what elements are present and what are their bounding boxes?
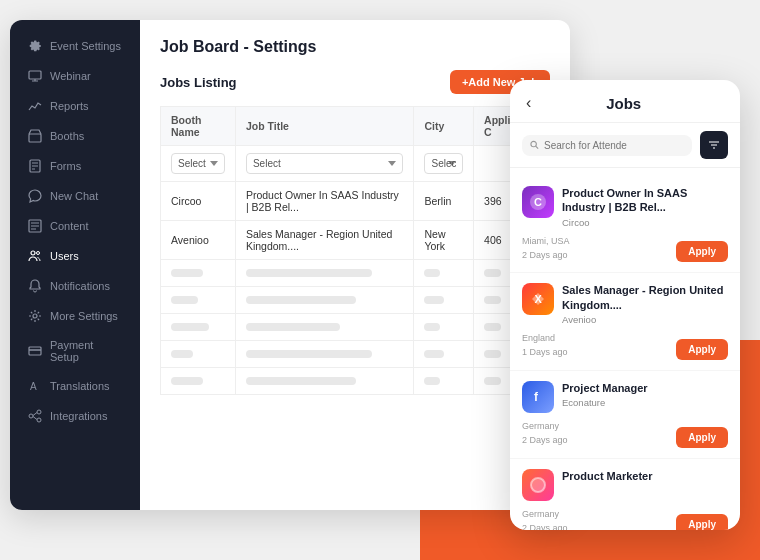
sidebar-item-forms[interactable]: Forms bbox=[14, 152, 136, 180]
job-logo bbox=[522, 469, 554, 501]
mobile-title: Jobs bbox=[543, 95, 704, 112]
cell-booth-name: Avenioo bbox=[161, 221, 236, 260]
search-bar bbox=[510, 123, 740, 168]
sidebar-item-users[interactable]: Users bbox=[14, 242, 136, 270]
svg-rect-3 bbox=[29, 134, 41, 142]
list-item: C Product Owner In SAAS Industry | B2B R… bbox=[510, 176, 740, 273]
svg-rect-15 bbox=[29, 347, 41, 355]
job-title: Project Manager bbox=[562, 381, 728, 395]
job-title: Product Marketer bbox=[562, 469, 728, 483]
sidebar-item-label: Integrations bbox=[50, 410, 107, 422]
svg-point-20 bbox=[37, 418, 41, 422]
apply-button[interactable]: Apply bbox=[676, 514, 728, 530]
table-row: Avenioo Sales Manager - Region United Ki… bbox=[161, 221, 550, 260]
svg-point-32 bbox=[531, 478, 545, 492]
section-title: Jobs Listing bbox=[160, 75, 237, 90]
sidebar-item-label: Booths bbox=[50, 130, 84, 142]
booth-icon bbox=[28, 129, 42, 143]
list-item: X Sales Manager - Region United Kingdom.… bbox=[510, 273, 740, 370]
page-title: Job Board - Settings bbox=[160, 38, 550, 56]
svg-line-21 bbox=[33, 413, 37, 416]
search-icon bbox=[530, 140, 539, 150]
svg-text:f: f bbox=[534, 390, 539, 404]
sidebar: Event Settings Webinar Reports Booths Fo… bbox=[10, 20, 140, 510]
svg-text:A: A bbox=[30, 381, 37, 392]
sidebar-item-content[interactable]: Content bbox=[14, 212, 136, 240]
svg-text:C: C bbox=[534, 196, 542, 208]
sidebar-item-more-settings[interactable]: More Settings bbox=[14, 302, 136, 330]
job-company: Avenioo bbox=[562, 314, 728, 325]
filter-icon bbox=[707, 138, 721, 152]
filter-button[interactable] bbox=[700, 131, 728, 159]
svg-text:X: X bbox=[535, 293, 543, 305]
svg-line-22 bbox=[33, 417, 37, 420]
col-booth-name: Booth Name bbox=[161, 107, 236, 146]
svg-point-12 bbox=[31, 251, 35, 255]
svg-point-14 bbox=[33, 314, 37, 318]
sidebar-item-label: Notifications bbox=[50, 280, 110, 292]
mobile-panel: ‹ Jobs C Product Owner In SAAS Industry … bbox=[510, 80, 740, 530]
sidebar-item-label: Forms bbox=[50, 160, 81, 172]
svg-point-18 bbox=[29, 414, 33, 418]
list-item: f Project Manager Econature Germany 2 Da… bbox=[510, 371, 740, 459]
main-content: Job Board - Settings Jobs Listing +Add N… bbox=[140, 20, 570, 510]
form-icon bbox=[28, 159, 42, 173]
svg-line-24 bbox=[536, 146, 538, 148]
sidebar-item-notifications[interactable]: Notifications bbox=[14, 272, 136, 300]
cell-job-title: Product Owner In SAAS Industry | B2B Rel… bbox=[235, 182, 414, 221]
job-logo: f bbox=[522, 381, 554, 413]
sidebar-item-label: Event Settings bbox=[50, 40, 121, 52]
mobile-jobs-list: C Product Owner In SAAS Industry | B2B R… bbox=[510, 168, 740, 530]
cell-booth-name: Circoo bbox=[161, 182, 236, 221]
sidebar-item-new-chat[interactable]: New Chat bbox=[14, 182, 136, 210]
job-location: Germany 2 Days ago bbox=[522, 507, 568, 530]
translate-icon: A bbox=[28, 379, 42, 393]
mobile-header: ‹ Jobs bbox=[510, 80, 740, 123]
job-logo: C bbox=[522, 186, 554, 218]
col-city: City bbox=[414, 107, 474, 146]
chart-icon bbox=[28, 99, 42, 113]
sidebar-item-label: Payment Setup bbox=[50, 339, 122, 363]
sidebar-item-reports[interactable]: Reports bbox=[14, 92, 136, 120]
col-job-title: Job Title bbox=[235, 107, 414, 146]
sidebar-item-payment-setup[interactable]: Payment Setup bbox=[14, 332, 136, 370]
svg-point-23 bbox=[531, 141, 536, 146]
job-location: England 1 Days ago bbox=[522, 331, 568, 360]
payment-icon bbox=[28, 344, 42, 358]
settings-icon bbox=[28, 309, 42, 323]
monitor-icon bbox=[28, 69, 42, 83]
sidebar-item-integrations[interactable]: Integrations bbox=[14, 402, 136, 430]
sidebar-item-webinar[interactable]: Webinar bbox=[14, 62, 136, 90]
content-icon bbox=[28, 219, 42, 233]
sidebar-item-label: Reports bbox=[50, 100, 89, 112]
job-location: Germany 2 Days ago bbox=[522, 419, 568, 448]
sidebar-item-event-settings[interactable]: Event Settings bbox=[14, 32, 136, 60]
cell-job-title: Sales Manager - Region United Kingdom...… bbox=[235, 221, 414, 260]
bell-icon bbox=[28, 279, 42, 293]
sidebar-item-booths[interactable]: Booths bbox=[14, 122, 136, 150]
apply-button[interactable]: Apply bbox=[676, 339, 728, 360]
search-input-wrap bbox=[522, 135, 692, 156]
job-title: Sales Manager - Region United Kingdom...… bbox=[562, 283, 728, 312]
jobs-table: Booth Name Job Title City Applicant C Se… bbox=[160, 106, 550, 395]
search-input[interactable] bbox=[544, 140, 684, 151]
filter-booth[interactable]: Select bbox=[171, 153, 225, 174]
table-row: Circoo Product Owner In SAAS Industry | … bbox=[161, 182, 550, 221]
table-row-skeleton bbox=[161, 368, 550, 395]
filter-city[interactable]: Select bbox=[424, 153, 463, 174]
apply-button[interactable]: Apply bbox=[676, 241, 728, 262]
chat-icon bbox=[28, 189, 42, 203]
sidebar-item-label: Translations bbox=[50, 380, 110, 392]
cell-city: New York bbox=[414, 221, 474, 260]
apply-button[interactable]: Apply bbox=[676, 427, 728, 448]
job-company: Circoo bbox=[562, 217, 728, 228]
filter-job-title[interactable]: Select bbox=[246, 153, 404, 174]
sidebar-item-translations[interactable]: A Translations bbox=[14, 372, 136, 400]
cell-city: Berlin bbox=[414, 182, 474, 221]
table-row-skeleton bbox=[161, 260, 550, 287]
back-button[interactable]: ‹ bbox=[526, 94, 531, 112]
job-title: Product Owner In SAAS Industry | B2B Rel… bbox=[562, 186, 728, 215]
list-item: Product Marketer Germany 2 Days ago Appl… bbox=[510, 459, 740, 530]
integrations-icon bbox=[28, 409, 42, 423]
table-row-skeleton bbox=[161, 287, 550, 314]
